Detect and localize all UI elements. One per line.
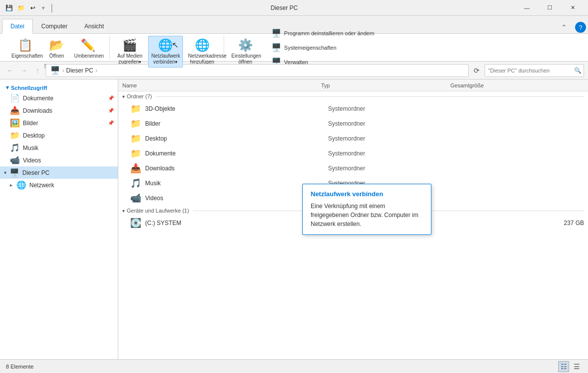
musik-label: Musik <box>23 145 38 151</box>
netzwerkadresse-icon: 🌐 <box>195 38 210 52</box>
netzwerkadresse-button[interactable]: 🌐 Netzwerkadressehinzufügen <box>185 36 220 68</box>
netzwerk-label: Netzwerk <box>29 182 54 189</box>
bilder-file-icon: 📁 <box>130 118 141 129</box>
minimize-button[interactable]: — <box>515 0 538 16</box>
ribbon-content: 📋 Eigenschaften 📂 Öffnen ✏️ Umbenennen S… <box>0 34 588 62</box>
path-item-dieser-pc[interactable]: Dieser PC <box>66 67 93 74</box>
desktop-file-icon: 📁 <box>130 133 141 144</box>
file-item-dokumente[interactable]: 📁 Dokumente Systemordner <box>118 146 588 161</box>
tab-computer[interactable]: Computer <box>33 18 76 33</box>
maximize-button[interactable]: ☐ <box>538 0 561 16</box>
schnellzugriff-chevron: ▾ <box>6 84 9 91</box>
systemeigenschaften-button[interactable]: 🖥️ Systemeigenschaften <box>267 41 379 54</box>
ribbon-collapse-button[interactable]: ⌃ <box>557 21 571 33</box>
tab-datei[interactable]: Datei <box>2 19 33 34</box>
sidebar-item-videos[interactable]: 📹 Videos <box>0 154 118 166</box>
dieser-pc-icon: 🖥️ <box>9 168 19 177</box>
oeffnen-button[interactable]: 📂 Öffnen <box>45 36 69 62</box>
desktop-label: Desktop <box>23 132 45 139</box>
window-title: Dieser PC <box>53 4 515 11</box>
dokumente-label: Dokumente <box>23 95 53 102</box>
section-header-ordner[interactable]: ▾ Ordner (7) <box>118 91 588 101</box>
col-header-type[interactable]: Typ <box>321 82 450 88</box>
ribbon-help-area: ⌃ ? <box>557 21 586 33</box>
sidebar-item-musik[interactable]: 🎵 Musik <box>0 142 118 154</box>
dieser-pc-label: Dieser PC <box>22 169 50 176</box>
search-input[interactable] <box>485 68 572 74</box>
videos-file-name: Videos <box>145 195 324 202</box>
umbenennen-label: Umbenennen <box>74 53 102 59</box>
tab-ansicht[interactable]: Ansicht <box>76 18 112 33</box>
ribbon-group-netzwerk: 🎬 Auf Medienzugreifen▾ 🌐 Netzlaufwerkver… <box>110 36 224 59</box>
netzwerk-expand: ▸ <box>10 182 12 188</box>
ordner-line <box>156 96 584 97</box>
dokumente-file-type: Systemordner <box>328 150 457 157</box>
umbenennen-button[interactable]: ✏️ Umbenennen <box>71 36 105 62</box>
path-folder-icon: 🖥️ <box>50 66 60 75</box>
tooltip-text: Eine Verknüpfung mit einem freigegebenen… <box>311 202 423 228</box>
help-button[interactable]: ? <box>575 22 586 33</box>
eigenschaften-button[interactable]: 📋 Eigenschaften <box>8 36 43 62</box>
folder-icon[interactable]: 📁 <box>16 3 26 13</box>
path-sep-1: › <box>62 67 64 74</box>
c-drive-icon: 💽 <box>130 218 141 228</box>
window-controls: — ☐ ✕ <box>515 0 584 16</box>
sidebar-item-dokumente[interactable]: 📄 Dokumente 📌 <box>0 92 118 104</box>
col-header-size[interactable]: Gesamtgröße <box>450 82 584 88</box>
netzlaufwerk-button[interactable]: 🌐 Netzlaufwerkverbinden▾ ↖ <box>148 36 183 68</box>
downloads-label: Downloads <box>23 107 52 114</box>
file-item-desktop[interactable]: 📁 Desktop Systemordner <box>118 131 588 146</box>
speicherort-buttons: 📋 Eigenschaften 📂 Öffnen ✏️ Umbenennen <box>8 36 105 62</box>
ordner-label: Ordner (7) <box>127 93 152 99</box>
desktop-icon: 📁 <box>10 131 20 140</box>
eigenschaften-label: Eigenschaften <box>11 53 39 59</box>
einstellungen-label: Einstellungenöffnen <box>232 53 259 65</box>
sidebar: ▾ Schnellzugriff 📄 Dokumente 📌 📥 Downloa… <box>0 79 118 359</box>
downloads-file-icon: 📥 <box>130 163 141 174</box>
file-item-downloads[interactable]: 📥 Downloads Systemordner <box>118 161 588 176</box>
downloads-icon: 📥 <box>10 106 20 115</box>
netzwerk-buttons: 🎬 Auf Medienzugreifen▾ 🌐 Netzlaufwerkver… <box>114 36 220 68</box>
save-icon[interactable]: 💾 <box>4 3 14 13</box>
sidebar-item-netzwerk[interactable]: ▸ 🌐 Netzwerk <box>0 179 118 191</box>
file-item-bilder[interactable]: 📁 Bilder Systemordner <box>118 116 588 131</box>
sidebar-dieser-pc[interactable]: ▾ 🖥️ Dieser PC <box>0 166 118 179</box>
netzlaufwerk-icon: 🌐 <box>158 38 173 52</box>
back-button[interactable]: ← <box>4 65 16 76</box>
system-side-buttons: 🖥️ Programm deinstallieren oder ändern 🖥… <box>267 36 379 59</box>
close-button[interactable]: ✕ <box>561 0 584 16</box>
address-bar: ← → ↑ 🖥️ › Dieser PC › ⟳ 🔍 <box>0 62 588 79</box>
forward-button[interactable]: → <box>18 65 30 76</box>
tooltip-box: Netzlaufwerk verbinden Eine Verknüpfung … <box>302 184 431 235</box>
medien-icon: 🎬 <box>122 38 137 52</box>
file-item-3d-objekte[interactable]: 📁 3D-Objekte Systemordner <box>118 101 588 116</box>
file-list-header: Name Typ Gesamtgröße <box>118 79 588 91</box>
up-button[interactable]: ↑ <box>32 65 44 76</box>
bilder-icon: 🖼️ <box>10 118 20 128</box>
einstellungen-button[interactable]: ⚙️ Einstellungenöffnen <box>228 36 263 68</box>
schnellzugriff-label: Schnellzugriff <box>11 85 47 91</box>
c-drive-name: (C:) SYSTEM <box>145 220 324 226</box>
search-icon[interactable]: 🔍 <box>572 65 584 76</box>
sidebar-schnellzugriff-header[interactable]: ▾ Schnellzugriff <box>0 81 118 92</box>
refresh-button[interactable]: ⟳ <box>471 65 483 76</box>
desktop-file-name: Desktop <box>145 135 324 142</box>
view-details-button[interactable]: ☷ <box>558 361 569 372</box>
oeffnen-icon: 📂 <box>49 38 64 52</box>
view-large-icons-button[interactable]: ☰ <box>571 361 582 372</box>
downloads-file-type: Systemordner <box>328 165 457 172</box>
eigenschaften-icon: 📋 <box>18 38 33 52</box>
c-drive-size: 237 GB <box>461 220 584 226</box>
medien-button[interactable]: 🎬 Auf Medienzugreifen▾ <box>114 36 146 68</box>
videos-icon: 📹 <box>10 155 20 165</box>
dieser-pc-expand: ▾ <box>4 170 6 175</box>
musik-file-icon: 🎵 <box>130 178 141 189</box>
address-path[interactable]: 🖥️ › Dieser PC › <box>46 64 469 77</box>
col-header-name[interactable]: Name <box>122 82 321 88</box>
sidebar-item-desktop[interactable]: 📁 Desktop <box>0 129 118 142</box>
sidebar-item-downloads[interactable]: 📥 Downloads 📌 <box>0 104 118 117</box>
title-bar-separator: ▾ <box>42 4 45 11</box>
sidebar-item-bilder[interactable]: 🖼️ Bilder 📌 <box>0 117 118 129</box>
programm-button[interactable]: 🖥️ Programm deinstallieren oder ändern <box>267 26 379 40</box>
undo-icon[interactable]: ↩ <box>28 3 38 13</box>
